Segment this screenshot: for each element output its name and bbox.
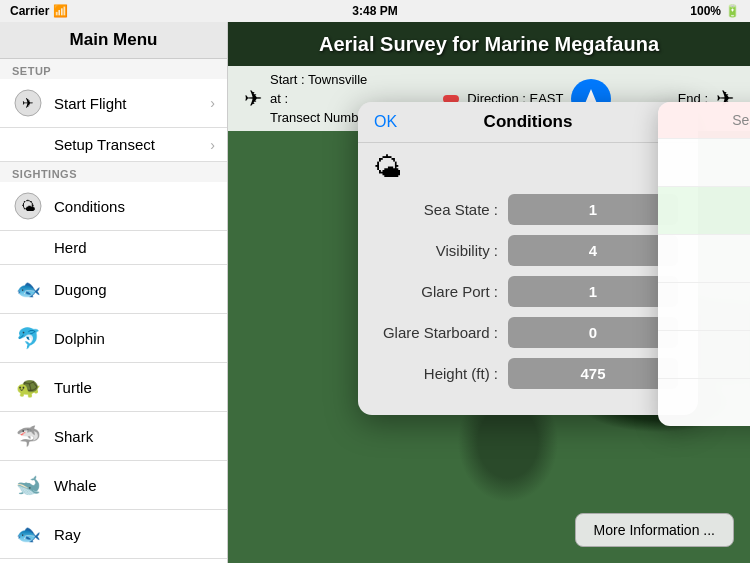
sidebar-title: Main Menu	[0, 22, 227, 59]
herd-label: Herd	[54, 239, 215, 256]
conditions-ok-button[interactable]: OK	[374, 113, 397, 131]
start-plane-icon: ✈	[244, 86, 262, 112]
ray-icon: 🐟	[12, 518, 44, 550]
dugong-label: Dugong	[54, 281, 215, 298]
glare-port-value[interactable]: 1	[508, 276, 678, 307]
status-left: Carrier 📶	[10, 4, 68, 18]
sea-state-option-0[interactable]: 0	[658, 139, 750, 187]
height-value[interactable]: 475	[508, 358, 678, 389]
conditions-modal-header: OK Conditions	[358, 102, 698, 143]
battery-icon: 🔋	[725, 4, 740, 18]
dolphin-icon: 🐬	[12, 322, 44, 354]
sea-state-value[interactable]: 1	[508, 194, 678, 225]
sea-state-dropdown-header: Sea State	[658, 102, 750, 139]
sidebar-item-dolphin[interactable]: 🐬 Dolphin	[0, 314, 227, 363]
sea-state-label: Sea State :	[378, 201, 508, 218]
turtle-icon: 🐢	[12, 371, 44, 403]
ray-label: Ray	[54, 526, 215, 543]
height-label: Height (ft) :	[378, 365, 508, 382]
setup-transect-label: Setup Transect	[54, 136, 210, 153]
visibility-label: Visibility :	[378, 242, 508, 259]
whale-icon: 🐋	[12, 469, 44, 501]
conditions-modal-title: Conditions	[374, 112, 682, 132]
status-time: 3:48 PM	[352, 4, 397, 18]
svg-text:✈: ✈	[22, 95, 34, 111]
sidebar-item-shark[interactable]: 🦈 Shark	[0, 412, 227, 461]
svg-text:🌤: 🌤	[21, 198, 35, 214]
glare-starboard-value[interactable]: 0	[508, 317, 678, 348]
conditions-modal: OK Conditions 🌤 Sea State : 1 Visibility…	[358, 102, 698, 415]
sea-state-option-4[interactable]: 4	[658, 331, 750, 379]
sidebar-item-sea-snake[interactable]: 🐍 Sea Snake ›	[0, 559, 227, 563]
visibility-value[interactable]: 4	[508, 235, 678, 266]
sidebar-item-start-flight[interactable]: ✈ Start Flight ›	[0, 79, 227, 128]
more-info-button[interactable]: More Information ...	[575, 513, 734, 547]
sightings-section-header: SIGHTINGS	[0, 162, 227, 182]
condition-row-height: Height (ft) : 475	[378, 358, 678, 389]
conditions-icon: 🌤	[12, 190, 44, 222]
condition-row-sea-state: Sea State : 1	[378, 194, 678, 225]
sea-state-option-2[interactable]: 2	[658, 235, 750, 283]
glare-starboard-label: Glare Starboard :	[378, 324, 508, 341]
sea-state-dropdown: Sea State 0 1 2 3 4 5	[658, 102, 750, 426]
start-flight-chevron: ›	[210, 95, 215, 111]
wifi-icon: 📶	[53, 4, 68, 18]
start-flight-icon: ✈	[12, 87, 44, 119]
start-flight-label: Start Flight	[54, 95, 210, 112]
status-right: 100% 🔋	[690, 4, 740, 18]
start-location: Start : Townsville	[270, 72, 377, 87]
conditions-weather-icon: 🌤	[374, 151, 402, 184]
condition-row-glare-port: Glare Port : 1	[378, 276, 678, 307]
sidebar-item-setup-transect[interactable]: Setup Transect ›	[0, 128, 227, 162]
sidebar: Main Menu SETUP ✈ Start Flight › Setup T…	[0, 22, 228, 563]
main-area: Aerial Survey for Marine Megafauna ✈ Sta…	[228, 22, 750, 563]
turtle-label: Turtle	[54, 379, 215, 396]
conditions-body: Sea State : 1 Visibility : 4 Glare Port …	[358, 184, 698, 415]
dugong-icon: 🐟	[12, 273, 44, 305]
battery-label: 100%	[690, 4, 721, 18]
setup-section-header: SETUP	[0, 59, 227, 79]
sea-state-option-1[interactable]: 1	[658, 187, 750, 235]
dolphin-label: Dolphin	[54, 330, 215, 347]
sidebar-item-herd[interactable]: Herd	[0, 231, 227, 265]
sidebar-item-dugong[interactable]: 🐟 Dugong	[0, 265, 227, 314]
whale-label: Whale	[54, 477, 215, 494]
main-header: Aerial Survey for Marine Megafauna	[228, 22, 750, 66]
main-title: Aerial Survey for Marine Megafauna	[319, 33, 659, 56]
shark-label: Shark	[54, 428, 215, 445]
sidebar-item-ray[interactable]: 🐟 Ray	[0, 510, 227, 559]
sidebar-item-conditions[interactable]: 🌤 Conditions	[0, 182, 227, 231]
carrier-label: Carrier	[10, 4, 49, 18]
conditions-label: Conditions	[54, 198, 215, 215]
condition-row-visibility: Visibility : 4	[378, 235, 678, 266]
sidebar-item-whale[interactable]: 🐋 Whale	[0, 461, 227, 510]
shark-icon: 🦈	[12, 420, 44, 452]
sidebar-item-turtle[interactable]: 🐢 Turtle	[0, 363, 227, 412]
setup-transect-chevron: ›	[210, 137, 215, 153]
sea-state-option-3[interactable]: 3	[658, 283, 750, 331]
glare-port-label: Glare Port :	[378, 283, 508, 300]
condition-row-glare-starboard: Glare Starboard : 0	[378, 317, 678, 348]
sea-state-option-5[interactable]: 5	[658, 379, 750, 426]
status-bar: Carrier 📶 3:48 PM 100% 🔋	[0, 0, 750, 22]
